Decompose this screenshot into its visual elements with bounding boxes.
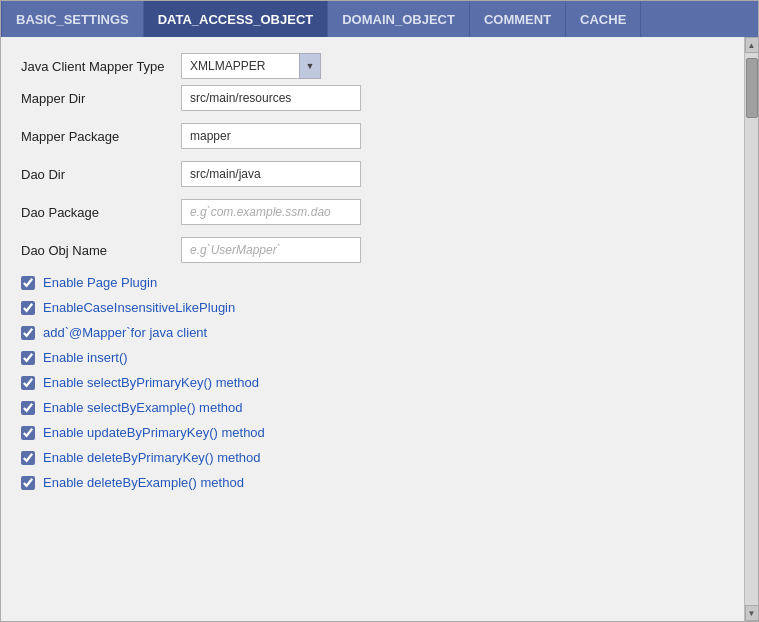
mapper-package-label: Mapper Package	[21, 129, 181, 144]
dao-obj-name-label: Dao Obj Name	[21, 243, 181, 258]
enable-select-by-example-label: Enable selectByExample() method	[43, 400, 242, 415]
scrollbar-down-button[interactable]: ▼	[745, 605, 759, 621]
mapper-type-label: Java Client Mapper Type	[21, 59, 181, 74]
scrollbar: ▲ ▼	[744, 37, 758, 621]
checkbox-enable-select-by-example: Enable selectByExample() method	[21, 400, 724, 415]
mapper-package-row: Mapper Package	[21, 123, 724, 149]
add-mapper-label: add`@Mapper`for java client	[43, 325, 207, 340]
content-wrapper: Java Client Mapper Type XMLMAPPER ANNOTA…	[1, 37, 758, 621]
mapper-type-dropdown-wrapper: XMLMAPPER ANNOTATEDMAPPER MIXEDMAPPER ▼	[181, 53, 321, 79]
enable-delete-by-pk-checkbox[interactable]	[21, 451, 35, 465]
checkbox-enable-case-insensitive: EnableCaseInsensitiveLikePlugin	[21, 300, 724, 315]
mapper-dir-input[interactable]	[181, 85, 361, 111]
dao-obj-name-input[interactable]	[181, 237, 361, 263]
checkbox-enable-delete-by-pk: Enable deleteByPrimaryKey() method	[21, 450, 724, 465]
scrollbar-up-button[interactable]: ▲	[745, 37, 759, 53]
enable-delete-by-example-label: Enable deleteByExample() method	[43, 475, 244, 490]
checkbox-enable-delete-by-example: Enable deleteByExample() method	[21, 475, 724, 490]
main-container: BASIC_SETTINGS DATA_ACCESS_OBJECT DOMAIN…	[0, 0, 759, 622]
mapper-type-row: Java Client Mapper Type XMLMAPPER ANNOTA…	[21, 53, 724, 79]
dao-dir-label: Dao Dir	[21, 167, 181, 182]
enable-insert-checkbox[interactable]	[21, 351, 35, 365]
enable-page-plugin-label: Enable Page Plugin	[43, 275, 157, 290]
tab-data-access-object[interactable]: DATA_ACCESS_OBJECT	[144, 1, 329, 37]
scrollbar-thumb[interactable]	[746, 58, 758, 118]
checkbox-enable-update-by-pk: Enable updateByPrimaryKey() method	[21, 425, 724, 440]
dao-package-row: Dao Package	[21, 199, 724, 225]
scroll-up-icon: ▲	[748, 41, 756, 50]
enable-case-insensitive-checkbox[interactable]	[21, 301, 35, 315]
checkboxes-section: Enable Page Plugin EnableCaseInsensitive…	[21, 275, 724, 490]
dao-package-input[interactable]	[181, 199, 361, 225]
tab-cache[interactable]: CACHE	[566, 1, 641, 37]
enable-update-by-pk-label: Enable updateByPrimaryKey() method	[43, 425, 265, 440]
content-area: Java Client Mapper Type XMLMAPPER ANNOTA…	[1, 37, 744, 621]
enable-case-insensitive-label: EnableCaseInsensitiveLikePlugin	[43, 300, 235, 315]
mapper-dir-row: Mapper Dir	[21, 85, 724, 111]
dao-package-label: Dao Package	[21, 205, 181, 220]
enable-delete-by-pk-label: Enable deleteByPrimaryKey() method	[43, 450, 261, 465]
enable-select-by-example-checkbox[interactable]	[21, 401, 35, 415]
dao-obj-name-row: Dao Obj Name	[21, 237, 724, 263]
enable-update-by-pk-checkbox[interactable]	[21, 426, 35, 440]
dao-dir-row: Dao Dir	[21, 161, 724, 187]
checkbox-enable-page-plugin: Enable Page Plugin	[21, 275, 724, 290]
mapper-dir-label: Mapper Dir	[21, 91, 181, 106]
enable-insert-label: Enable insert()	[43, 350, 128, 365]
checkbox-enable-insert: Enable insert()	[21, 350, 724, 365]
enable-page-plugin-checkbox[interactable]	[21, 276, 35, 290]
checkbox-enable-select-by-pk: Enable selectByPrimaryKey() method	[21, 375, 724, 390]
mapper-package-input[interactable]	[181, 123, 361, 149]
enable-delete-by-example-checkbox[interactable]	[21, 476, 35, 490]
scroll-down-icon: ▼	[748, 609, 756, 618]
add-mapper-checkbox[interactable]	[21, 326, 35, 340]
tab-bar: BASIC_SETTINGS DATA_ACCESS_OBJECT DOMAIN…	[1, 1, 758, 37]
tab-basic-settings[interactable]: BASIC_SETTINGS	[1, 1, 144, 37]
enable-select-by-pk-checkbox[interactable]	[21, 376, 35, 390]
dao-dir-input[interactable]	[181, 161, 361, 187]
tab-comment[interactable]: COMMENT	[470, 1, 566, 37]
tab-domain-object[interactable]: DOMAIN_OBJECT	[328, 1, 470, 37]
mapper-type-select[interactable]: XMLMAPPER ANNOTATEDMAPPER MIXEDMAPPER	[181, 53, 321, 79]
checkbox-add-mapper: add`@Mapper`for java client	[21, 325, 724, 340]
scrollbar-track-area	[745, 53, 758, 605]
enable-select-by-pk-label: Enable selectByPrimaryKey() method	[43, 375, 259, 390]
